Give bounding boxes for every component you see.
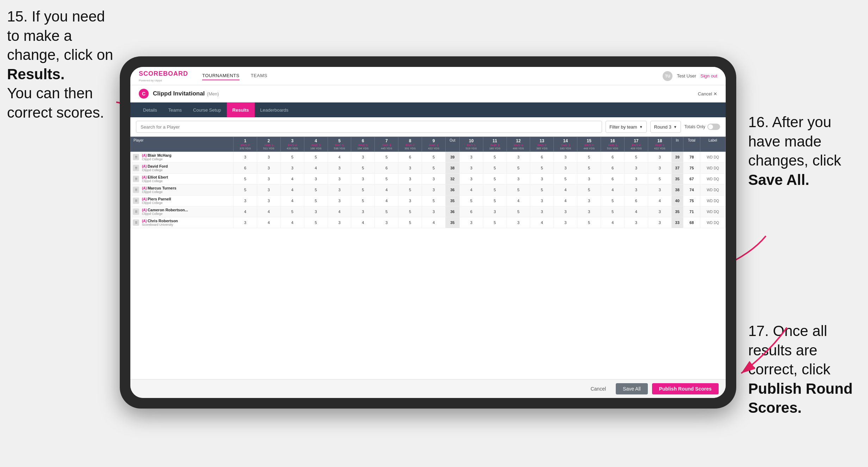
- score-hole-15[interactable]: 3: [577, 206, 601, 217]
- wd-label[interactable]: WD: [707, 177, 713, 181]
- score-hole-7[interactable]: 6: [375, 163, 398, 174]
- score-hole-10[interactable]: 5: [459, 195, 483, 206]
- score-hole-13[interactable]: 5: [530, 185, 554, 195]
- wd-label[interactable]: WD: [707, 155, 713, 159]
- score-hole-6[interactable]: 4: [351, 217, 375, 228]
- score-hole-7[interactable]: 3: [375, 217, 398, 228]
- score-hole-8[interactable]: 6: [398, 152, 422, 163]
- score-hole-14[interactable]: 3: [554, 206, 577, 217]
- sign-out-link[interactable]: Sign out: [700, 73, 717, 79]
- score-hole-9[interactable]: 5: [422, 152, 446, 163]
- score-hole-16[interactable]: 5: [601, 206, 625, 217]
- score-hole-3[interactable]: 3: [280, 163, 304, 174]
- score-hole-6[interactable]: 5: [351, 195, 375, 206]
- score-hole-10[interactable]: 6: [459, 206, 483, 217]
- score-hole-8[interactable]: 5: [398, 185, 422, 195]
- score-hole-7[interactable]: 4: [375, 185, 398, 195]
- score-hole-16[interactable]: 6: [601, 152, 625, 163]
- toggle-switch[interactable]: [707, 124, 720, 130]
- score-hole-5[interactable]: 3: [328, 185, 351, 195]
- score-hole-1[interactable]: 4: [234, 206, 257, 217]
- score-hole-8[interactable]: 3: [398, 195, 422, 206]
- score-hole-10[interactable]: 3: [459, 152, 483, 163]
- score-hole-15[interactable]: 5: [577, 152, 601, 163]
- score-hole-9[interactable]: 4: [422, 217, 446, 228]
- score-hole-11[interactable]: 5: [483, 152, 507, 163]
- filter-by-team-dropdown[interactable]: Filter by team ▼: [606, 121, 647, 133]
- tab-results[interactable]: Results: [227, 102, 255, 117]
- score-hole-10[interactable]: 3: [459, 174, 483, 185]
- score-hole-8[interactable]: 5: [398, 217, 422, 228]
- score-hole-11[interactable]: 5: [483, 195, 507, 206]
- score-hole-1[interactable]: 3: [234, 217, 257, 228]
- dq-label[interactable]: DQ: [714, 166, 719, 170]
- score-hole-3[interactable]: 4: [280, 174, 304, 185]
- wd-label[interactable]: WD: [707, 166, 713, 170]
- score-hole-14[interactable]: 3: [554, 163, 577, 174]
- score-hole-9[interactable]: 3: [422, 206, 446, 217]
- score-hole-3[interactable]: 4: [280, 217, 304, 228]
- score-hole-6[interactable]: 5: [351, 185, 375, 195]
- score-hole-4[interactable]: 5: [304, 217, 328, 228]
- score-hole-3[interactable]: 4: [280, 185, 304, 195]
- score-hole-9[interactable]: 3: [422, 174, 446, 185]
- score-hole-5[interactable]: 4: [328, 206, 351, 217]
- nav-tournaments[interactable]: TOURNAMENTS: [202, 71, 240, 80]
- score-hole-15[interactable]: 5: [577, 163, 601, 174]
- score-hole-1[interactable]: 5: [234, 174, 257, 185]
- score-label[interactable]: WD DQ: [700, 174, 726, 185]
- score-hole-15[interactable]: 3: [577, 195, 601, 206]
- dq-label[interactable]: DQ: [714, 188, 719, 192]
- score-hole-7[interactable]: 4: [375, 195, 398, 206]
- score-hole-11[interactable]: 5: [483, 163, 507, 174]
- score-label[interactable]: WD DQ: [700, 163, 726, 174]
- score-hole-6[interactable]: 5: [351, 163, 375, 174]
- score-hole-4[interactable]: 5: [304, 185, 328, 195]
- score-hole-16[interactable]: 4: [601, 185, 625, 195]
- score-hole-4[interactable]: 3: [304, 174, 328, 185]
- tab-details[interactable]: Details: [137, 102, 163, 117]
- score-hole-12[interactable]: 3: [507, 217, 530, 228]
- wd-label[interactable]: WD: [707, 210, 713, 214]
- score-hole-12[interactable]: 3: [507, 174, 530, 185]
- score-hole-18[interactable]: 4: [648, 195, 671, 206]
- score-hole-10[interactable]: 4: [459, 185, 483, 195]
- score-hole-2[interactable]: 3: [257, 174, 280, 185]
- wd-label[interactable]: WD: [707, 188, 713, 192]
- score-hole-13[interactable]: 3: [530, 206, 554, 217]
- score-hole-13[interactable]: 6: [530, 152, 554, 163]
- score-hole-18[interactable]: 5: [648, 174, 671, 185]
- score-hole-16[interactable]: 5: [601, 195, 625, 206]
- score-hole-15[interactable]: 3: [577, 174, 601, 185]
- save-all-button[interactable]: Save All: [616, 383, 648, 394]
- score-hole-4[interactable]: 4: [304, 163, 328, 174]
- score-hole-15[interactable]: 5: [577, 185, 601, 195]
- score-hole-17[interactable]: 5: [624, 152, 648, 163]
- score-hole-7[interactable]: 5: [375, 152, 398, 163]
- score-hole-2[interactable]: 3: [257, 163, 280, 174]
- score-hole-14[interactable]: 3: [554, 217, 577, 228]
- tab-teams[interactable]: Teams: [163, 102, 187, 117]
- score-hole-3[interactable]: 5: [280, 152, 304, 163]
- score-hole-5[interactable]: 3: [328, 174, 351, 185]
- score-hole-17[interactable]: 6: [624, 195, 648, 206]
- cancel-button[interactable]: Cancel: [585, 383, 612, 394]
- score-hole-2[interactable]: 4: [257, 217, 280, 228]
- score-hole-1[interactable]: 3: [234, 195, 257, 206]
- totals-only-toggle[interactable]: Totals Only: [684, 124, 720, 130]
- score-hole-18[interactable]: 3: [648, 217, 671, 228]
- score-hole-1[interactable]: 3: [234, 152, 257, 163]
- score-hole-9[interactable]: 3: [422, 185, 446, 195]
- score-hole-9[interactable]: 5: [422, 195, 446, 206]
- publish-round-scores-button[interactable]: Publish Round Scores: [652, 383, 719, 394]
- score-hole-18[interactable]: 3: [648, 163, 671, 174]
- score-hole-8[interactable]: 5: [398, 206, 422, 217]
- cancel-tournament-btn[interactable]: Cancel ✕: [698, 91, 717, 96]
- score-hole-15[interactable]: 5: [577, 217, 601, 228]
- score-label[interactable]: WD DQ: [700, 152, 726, 163]
- score-hole-18[interactable]: 3: [648, 185, 671, 195]
- score-hole-12[interactable]: 5: [507, 163, 530, 174]
- score-hole-17[interactable]: 3: [624, 163, 648, 174]
- dq-label[interactable]: DQ: [714, 177, 719, 181]
- score-hole-13[interactable]: 4: [530, 217, 554, 228]
